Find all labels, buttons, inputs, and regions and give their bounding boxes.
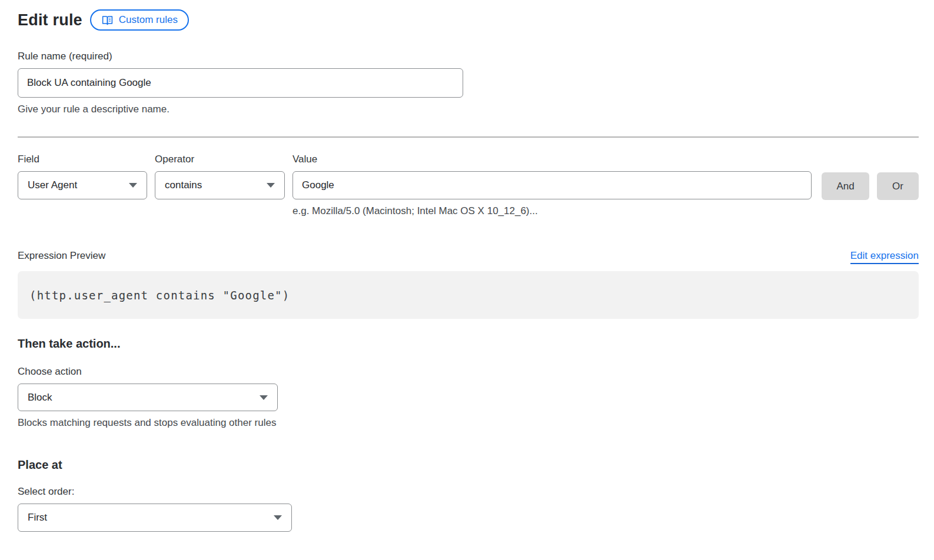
- field-group: Field User Agent: [18, 154, 147, 199]
- operator-label: Operator: [155, 154, 285, 165]
- action-help: Blocks matching requests and stops evalu…: [18, 417, 919, 429]
- rule-name-group: Rule name (required) Give your rule a de…: [18, 51, 919, 115]
- edit-rule-page: Edit rule Custom rules Rule name (requir…: [18, 0, 919, 532]
- edit-expression-link[interactable]: Edit expression: [850, 250, 919, 264]
- custom-rules-badge[interactable]: Custom rules: [90, 9, 189, 31]
- value-group: Value e.g. Mozilla/5.0 (Macintosh; Intel…: [293, 154, 812, 217]
- operator-group: Operator contains: [155, 154, 285, 199]
- place-at-heading: Place at: [18, 458, 919, 472]
- value-help: e.g. Mozilla/5.0 (Macintosh; Intel Mac O…: [293, 205, 812, 217]
- field-label: Field: [18, 154, 147, 165]
- chevron-down-icon: [260, 395, 268, 400]
- or-button[interactable]: Or: [877, 172, 919, 200]
- choose-action-label: Choose action: [18, 366, 919, 378]
- rule-name-label: Rule name (required): [18, 51, 919, 62]
- rule-name-help: Give your rule a descriptive name.: [18, 104, 919, 115]
- select-order-label: Select order:: [18, 486, 919, 498]
- expression-preview-label: Expression Preview: [18, 250, 105, 262]
- custom-rules-badge-label: Custom rules: [119, 14, 178, 26]
- action-select-value: Block: [28, 392, 52, 404]
- page-header: Edit rule Custom rules: [18, 9, 919, 31]
- rule-name-input[interactable]: [18, 68, 463, 98]
- action-select[interactable]: Block: [18, 384, 278, 411]
- chevron-down-icon: [267, 183, 275, 188]
- operator-select-value: contains: [165, 179, 202, 191]
- value-label: Value: [293, 154, 812, 165]
- field-select[interactable]: User Agent: [18, 171, 147, 199]
- open-book-icon: [101, 14, 114, 26]
- expression-preview-box: (http.user_agent contains "Google"): [18, 271, 919, 319]
- page-title: Edit rule: [18, 11, 82, 29]
- order-select[interactable]: First: [18, 504, 292, 532]
- condition-row: Field User Agent Operator contains Value…: [18, 154, 919, 217]
- expression-header: Expression Preview Edit expression: [18, 250, 919, 264]
- operator-select[interactable]: contains: [155, 171, 285, 199]
- section-divider: [18, 136, 919, 138]
- expression-code: (http.user_agent contains "Google"): [29, 289, 290, 302]
- and-button[interactable]: And: [822, 172, 869, 200]
- chevron-down-icon: [274, 515, 282, 520]
- value-input[interactable]: [293, 171, 812, 199]
- action-heading: Then take action...: [18, 337, 919, 351]
- chevron-down-icon: [129, 183, 137, 188]
- field-select-value: User Agent: [28, 179, 77, 191]
- order-select-value: First: [28, 512, 47, 524]
